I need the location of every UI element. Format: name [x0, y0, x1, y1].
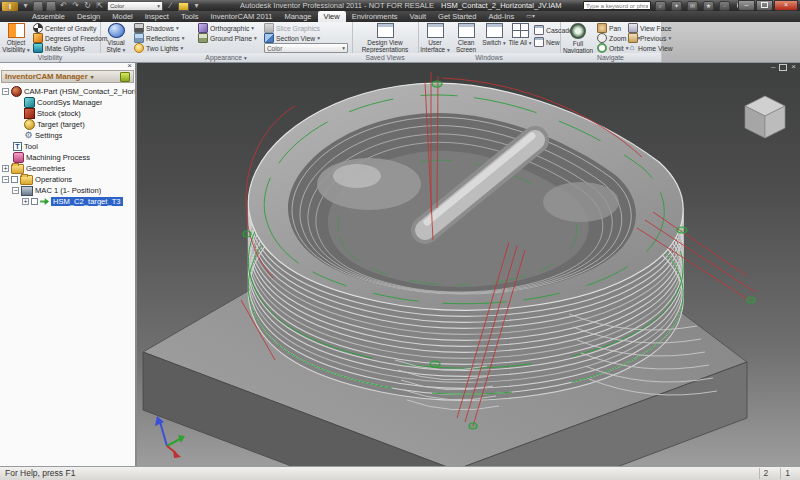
inventor-logo-icon[interactable]: I — [2, 2, 18, 11]
tab-inspect[interactable]: Inspect — [139, 11, 175, 22]
visual-style-button[interactable]: Visual Style ▾ — [101, 23, 131, 53]
two-lights-button[interactable]: Two Lights ▾ — [134, 43, 194, 53]
tree-item-cam-part[interactable]: − CAM-Part (HSM_Contact_2_Horizontal_JV) — [0, 86, 135, 97]
panel-pin-icon[interactable] — [120, 72, 130, 82]
center-of-gravity-button[interactable]: Center of Gravity — [33, 23, 99, 33]
expand-icon[interactable]: + — [22, 198, 29, 205]
appearance-color-combo-row: Color ▾ — [264, 43, 348, 53]
switch-windows-icon — [486, 23, 503, 38]
redo-icon[interactable]: ↷ — [71, 2, 80, 10]
tree-item-operations[interactable]: − Operations — [0, 174, 135, 185]
tab-inventorcam-2011[interactable]: InventorCAM 2011 — [204, 11, 278, 22]
folder-icon — [20, 175, 33, 185]
tab-manage[interactable]: Manage — [278, 11, 317, 22]
section-view-button[interactable]: Section View ▾ — [264, 33, 348, 43]
tree-item-machining-process[interactable]: Machining Process — [0, 152, 135, 163]
minimize-button[interactable]: – — [738, 0, 755, 11]
search-go-icon[interactable]: ⌕ — [655, 1, 666, 11]
cascade-button[interactable]: Cascade — [534, 25, 560, 35]
3d-model-canvas[interactable] — [137, 62, 800, 466]
pan-button[interactable]: Pan — [597, 23, 627, 33]
new-window-button[interactable]: New — [534, 37, 560, 47]
ribbon-minimize-icon[interactable]: ▭▾ — [526, 11, 535, 22]
operations-checkbox[interactable] — [11, 176, 18, 183]
design-view-representations-button[interactable]: Design View Representations — [354, 23, 416, 53]
search-box[interactable] — [583, 1, 651, 10]
tree-item-coordsys-manager[interactable]: CoordSys Manager — [0, 97, 135, 108]
favorites-icon[interactable]: ★ — [703, 1, 714, 11]
tab-design[interactable]: Design — [71, 11, 106, 22]
panel-label-windows[interactable]: Windows — [418, 53, 560, 62]
color-swatch-icon[interactable] — [178, 2, 189, 11]
tile-all-button[interactable]: Tile All ▾ — [507, 23, 533, 46]
collapse-icon[interactable]: − — [2, 88, 9, 95]
close-button[interactable]: × — [774, 0, 798, 11]
window-title: Autodesk Inventor Professional 2011 - NO… — [240, 0, 562, 11]
panel-label-navigate[interactable]: Navigate — [560, 53, 661, 62]
tab-add-ins[interactable]: Add-Ins — [482, 11, 520, 22]
user-interface-button[interactable]: User Interface ▾ — [419, 23, 451, 53]
tree-item-target[interactable]: Target (target) — [0, 119, 135, 130]
panel-label-visibility[interactable]: Visibility — [0, 53, 100, 62]
doc-minimize-icon[interactable]: – — [771, 63, 775, 71]
color-override-combo[interactable]: Color ▾ — [107, 1, 163, 11]
browser-title-bar[interactable]: InventorCAM Manager ▾ — [1, 70, 134, 83]
update-icon[interactable]: ↻ — [83, 2, 92, 10]
subscription-icon[interactable]: ✦ — [671, 1, 682, 11]
tab-vault[interactable]: Vault — [404, 11, 433, 22]
maximize-button[interactable] — [756, 0, 773, 11]
title-bar: I ▾ ↶ ↷ ↻ ⇱ Color ▾ ∕ ▾ Autodesk Invento… — [0, 0, 800, 11]
collapse-icon[interactable]: − — [2, 176, 9, 183]
object-visibility-button[interactable]: Object Visibility ▾ — [0, 23, 32, 53]
tree-item-settings[interactable]: ⚙ Settings — [0, 130, 135, 141]
tab-view[interactable]: View — [318, 11, 346, 22]
view-face-button[interactable]: View Face — [628, 23, 660, 33]
panel-label-saved-views[interactable]: Saved Views — [352, 53, 418, 62]
tree-item-mac1[interactable]: − MAC 1 (1- Position) — [0, 185, 135, 196]
degrees-of-freedom-button[interactable]: Degrees of Freedom — [33, 33, 99, 43]
ground-plane-button[interactable]: Ground Plane ▾ — [198, 33, 260, 43]
home-view-button[interactable]: ⌂ Home View — [628, 43, 660, 53]
shadows-icon — [134, 23, 144, 33]
reflections-button[interactable]: Reflections ▾ — [134, 33, 194, 43]
doc-restore-icon[interactable] — [779, 64, 787, 71]
chevron-down-icon: ▾ — [182, 35, 185, 41]
tab-tools[interactable]: Tools — [175, 11, 205, 22]
collapse-icon[interactable]: − — [12, 187, 19, 194]
chevron-down-icon: ▾ — [317, 35, 320, 41]
orbit-button[interactable]: Orbit ▾ — [597, 43, 627, 53]
doc-close-icon[interactable]: × — [791, 63, 796, 71]
panel-label-appearance[interactable]: Appearance ▾ — [100, 53, 352, 62]
communication-icon[interactable]: ✉ — [687, 1, 698, 11]
zoom-all-button[interactable]: Zoom All ▾ — [597, 33, 627, 43]
ribbon: Object Visibility ▾ Center of Gravity De… — [0, 22, 800, 63]
previous-view-button[interactable]: Previous ▾ — [628, 33, 660, 43]
select-icon[interactable]: ⇱ — [95, 2, 104, 10]
new-file-icon[interactable] — [33, 1, 43, 11]
shadows-button[interactable]: Shadows ▾ — [134, 23, 194, 33]
tab-get-started[interactable]: Get Started — [432, 11, 482, 22]
tree-item-tool[interactable]: T Tool — [0, 141, 135, 152]
imate-glyphs-button[interactable]: iMate Glyphs — [33, 43, 99, 53]
toolbar-options-chevron-icon[interactable]: ▾ — [192, 2, 201, 10]
tree-item-hsm-operation[interactable]: + HSM_C2_target_T3 — [0, 196, 135, 207]
orthographic-button[interactable]: Orthographic ▾ — [198, 23, 260, 33]
tab-assemble[interactable]: Assemble — [26, 11, 71, 22]
sign-in-icon[interactable]: ◦ — [719, 1, 730, 11]
visual-style-icon — [108, 23, 125, 38]
tree-item-geometries[interactable]: + Geometries — [0, 163, 135, 174]
graphics-viewport[interactable]: – × — [137, 62, 800, 466]
clean-screen-button[interactable]: Clean Screen — [451, 23, 481, 53]
operation-checkbox[interactable] — [31, 198, 38, 205]
search-input[interactable] — [584, 2, 650, 9]
switch-button[interactable]: Switch ▾ — [481, 23, 507, 46]
tab-environments[interactable]: Environments — [346, 11, 404, 22]
save-icon[interactable] — [46, 1, 56, 11]
tree-item-stock[interactable]: Stock (stock) — [0, 108, 135, 119]
app-menu-chevron-icon[interactable]: ▾ — [21, 2, 30, 10]
undo-icon[interactable]: ↶ — [59, 2, 68, 10]
color-combo[interactable]: Color ▾ — [264, 43, 348, 53]
tab-model[interactable]: Model — [106, 11, 138, 22]
expand-icon[interactable]: + — [2, 165, 9, 172]
pencil-icon[interactable]: ∕ — [166, 2, 175, 10]
